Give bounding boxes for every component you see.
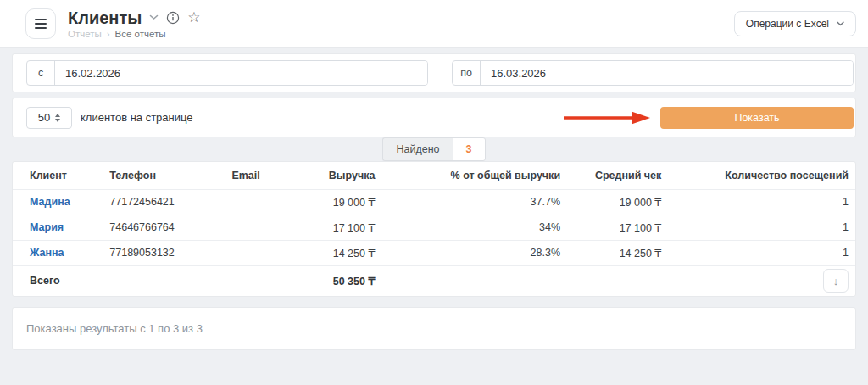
download-button[interactable]: ↓ — [823, 269, 849, 293]
per-page-select[interactable]: 50 — [26, 107, 72, 129]
breadcrumb: Отчеты › Все отчеты — [68, 29, 201, 39]
cell-revenue-share: 28.3% — [375, 240, 560, 265]
table-row: Жанна 77189053132 14 250 ₸ 28.3% 14 250 … — [13, 240, 855, 265]
results-tabs: Найдено 3 — [0, 137, 868, 161]
breadcrumb-parent-link[interactable]: Отчеты — [68, 29, 102, 39]
col-header-revenue-share: % от общей выручки — [375, 162, 560, 189]
tab-found-count[interactable]: 3 — [453, 137, 486, 161]
show-button[interactable]: Показать — [660, 107, 854, 129]
select-spinner-icon — [55, 114, 60, 122]
menu-button[interactable] — [25, 8, 56, 39]
cell-avg-check: 19 000 ₸ — [560, 189, 661, 215]
list-controls-panel: 50 клиентов на странице Показать — [12, 98, 856, 137]
cell-visits: 1 — [661, 189, 855, 215]
hamburger-icon — [35, 19, 47, 20]
cell-revenue-share: 37.7% — [375, 189, 560, 215]
cell-avg-check: 14 250 ₸ — [560, 240, 661, 265]
per-page-value: 50 — [38, 111, 50, 124]
cell-phone: 74646766764 — [109, 215, 231, 240]
cell-visits: 1 — [661, 240, 855, 265]
col-header-email: Email — [231, 162, 311, 189]
cell-visits: 1 — [661, 215, 855, 240]
cell-email — [231, 215, 311, 240]
cell-revenue: 19 000 ₸ — [312, 189, 376, 215]
info-icon[interactable] — [166, 11, 180, 25]
cell-revenue: 14 250 ₸ — [312, 240, 376, 265]
col-header-phone: Телефон — [109, 162, 231, 189]
date-from-input[interactable] — [55, 61, 427, 85]
clients-table-panel: Клиент Телефон Email Выручка % от общей … — [12, 161, 856, 297]
excel-operations-label: Операции с Excel — [746, 18, 829, 30]
table-header-row: Клиент Телефон Email Выручка % от общей … — [13, 162, 855, 189]
cell-phone: 77172456421 — [109, 189, 231, 215]
client-link[interactable]: Мадина — [30, 196, 70, 208]
clients-table: Клиент Телефон Email Выручка % от общей … — [13, 162, 855, 296]
breadcrumb-separator: › — [107, 29, 110, 39]
chevron-down-icon — [837, 21, 844, 26]
results-summary: Показаны результаты с 1 по 3 из 3 — [26, 322, 203, 335]
col-header-client: Клиент — [13, 162, 109, 189]
tab-found[interactable]: Найдено — [382, 137, 452, 161]
totals-label: Всего — [13, 265, 109, 296]
per-page-label: клиентов на странице — [81, 111, 193, 124]
date-from-group: с — [26, 60, 428, 86]
cell-avg-check: 17 100 ₸ — [560, 215, 661, 240]
results-footer-panel: Показаны результаты с 1 по 3 из 3 — [12, 307, 856, 350]
client-link[interactable]: Мария — [30, 221, 64, 233]
table-row: Мария 74646766764 17 100 ₸ 34% 17 100 ₸ … — [13, 215, 855, 240]
totals-revenue: 50 350 ₸ — [312, 265, 376, 296]
client-link[interactable]: Жанна — [30, 247, 64, 259]
excel-operations-button[interactable]: Операции с Excel — [734, 11, 856, 36]
col-header-visits: Количество посещений — [661, 162, 855, 189]
col-header-revenue: Выручка — [312, 162, 376, 189]
table-row: Мадина 77172456421 19 000 ₸ 37.7% 19 000… — [13, 189, 855, 215]
cell-revenue: 17 100 ₸ — [312, 215, 376, 240]
cell-email — [231, 240, 311, 265]
cell-phone: 77189053132 — [109, 240, 231, 265]
favorite-star-icon[interactable]: ☆ — [187, 11, 200, 25]
totals-row: Всего 50 350 ₸ ↓ — [13, 265, 855, 296]
date-from-prefix: с — [27, 61, 55, 85]
app-header: Клиенты ☆ Отчеты › Все отчеты Операции с… — [0, 0, 868, 48]
title-block: Клиенты ☆ Отчеты › Все отчеты — [68, 9, 201, 39]
page-title: Клиенты — [68, 9, 142, 26]
cell-revenue-share: 34% — [375, 215, 560, 240]
date-to-prefix: по — [453, 61, 481, 85]
cell-email — [231, 189, 311, 215]
date-filter-panel: с по — [12, 53, 856, 92]
annotation-arrow-icon — [562, 110, 650, 126]
breadcrumb-current[interactable]: Все отчеты — [115, 29, 166, 39]
date-to-group: по — [452, 60, 854, 86]
download-arrow-icon: ↓ — [833, 275, 839, 287]
title-dropdown-chevron-icon[interactable] — [149, 14, 159, 20]
date-to-input[interactable] — [481, 61, 853, 85]
col-header-avg-check: Средний чек — [560, 162, 661, 189]
